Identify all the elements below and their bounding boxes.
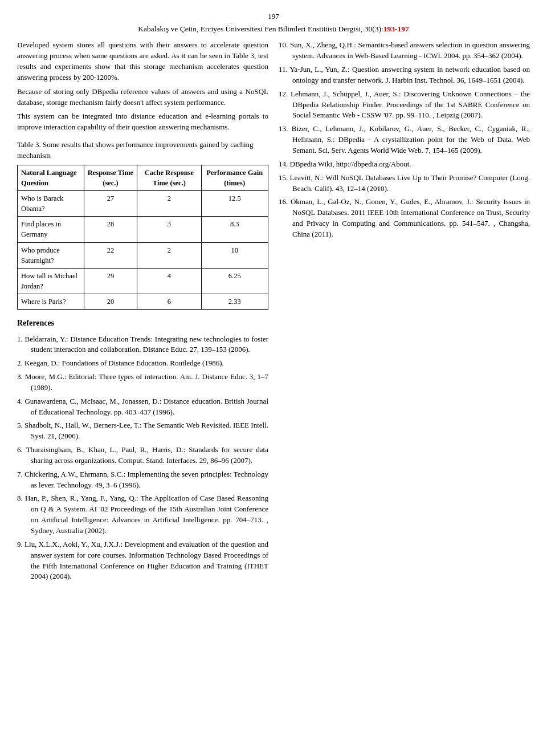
journal-pages: 193-197 [383,25,409,33]
list-item: 1. Beldarrain, Y.: Distance Education Tr… [17,334,268,356]
col-header-gain: Performance Gain (times) [201,165,268,190]
table-cell: How tall is Michael Jordan? [18,268,84,294]
list-item: 9. Liu, X.L.X., Aoki, Y., Xu, J.X.J.: De… [17,539,268,582]
references-title: References [17,318,268,329]
col-header-cache: Cache Response Time (sec.) [137,165,201,190]
left-references-list: 1. Beldarrain, Y.: Distance Education Tr… [17,334,268,583]
table-cell: 6.25 [201,268,268,294]
table-cell: Who is Barack Obama? [18,191,84,217]
table-cell: 29 [84,268,137,294]
list-item: 7. Chickering, A.W., Ehrmann, S.C.: Impl… [17,469,268,491]
list-item: 4. Gunawardena, C., McIsaac, M., Jonasse… [17,396,268,418]
table-row: Who is Barack Obama?27212.5 [18,191,268,217]
table-header-row: Natural Language Question Response Time … [18,165,268,190]
list-item: 15. Leavitt, N.: Will NoSQL Databases Li… [279,173,530,194]
two-column-layout: Developed system stores all questions wi… [17,40,530,585]
references-section: References 1. Beldarrain, Y.: Distance E… [17,318,268,582]
list-item: 14. DBpedia Wiki, http://dbpedia.org/Abo… [279,159,530,170]
list-item: 12. Lehmann, J., Schüppel, J., Auer, S.:… [279,89,530,121]
table-cell: 27 [84,191,137,217]
table-cell: 20 [84,294,137,310]
journal-authors: Kabalakış ve Çetin, Erciyes Üniversitesi… [138,25,383,33]
table-cell: 28 [84,217,137,242]
paragraph-3: This system can be integrated into dista… [17,111,268,133]
table-cell: 2 [137,242,201,268]
list-item: 2. Keegan, D.: Foundations of Distance E… [17,358,268,369]
table-row: How tall is Michael Jordan?2946.25 [18,268,268,294]
table-cell: 10 [201,242,268,268]
list-item: 8. Han, P., Shen, R., Yang, F., Yang, Q.… [17,493,268,536]
list-item: 6. Thuraisingham, B., Khan, L., Paul, R.… [17,445,268,466]
table-cell: 6 [137,294,201,310]
table-cell: Find places in Germany [18,217,84,242]
table-cell: Who produce Saturnight? [18,242,84,268]
left-column: Developed system stores all questions wi… [17,40,268,585]
intro-paragraph: Developed system stores all questions wi… [17,40,268,83]
table-row: Who produce Saturnight?22210 [18,242,268,268]
table-cell: 22 [84,242,137,268]
table-cell: 8.3 [201,217,268,242]
journal-header: Kabalakış ve Çetin, Erciyes Üniversitesi… [17,23,530,35]
right-column: 10. Sun, X., Zheng, Q.H.: Semantics-base… [279,40,530,585]
list-item: 11. Ya-Jun, L., Yun, Z.: Question answer… [279,64,530,86]
table-cell: 2.33 [201,294,268,310]
list-item: 13. Bizer, C., Lehmann, J., Kobilarov, G… [279,124,530,156]
table-caption: Table 3. Some results that shows perform… [17,140,268,161]
table-cell: 4 [137,268,201,294]
col-header-response: Response Time (sec.) [84,165,137,190]
list-item: 10. Sun, X., Zheng, Q.H.: Semantics-base… [279,40,530,62]
list-item: 16. Okman, L., Gal-Oz, N., Gonen, Y., Gu… [279,197,530,239]
right-references-list: 10. Sun, X., Zheng, Q.H.: Semantics-base… [279,40,530,239]
table-cell: 12.5 [201,191,268,217]
table-cell: 3 [137,217,201,242]
paragraph-2: Because of storing only DBpedia referenc… [17,87,268,108]
col-header-question: Natural Language Question [18,165,84,190]
performance-table: Natural Language Question Response Time … [17,165,268,310]
list-item: 5. Shadbolt, N., Hall, W., Berners-Lee, … [17,420,268,442]
table-section: Table 3. Some results that shows perform… [17,140,268,310]
table-cell: 2 [137,191,201,217]
page-number: 197 [17,11,530,22]
table-row: Find places in Germany2838.3 [18,217,268,242]
table-cell: Where is Paris? [18,294,84,310]
list-item: 3. Moore, M.G.: Editorial: Three types o… [17,372,268,393]
table-row: Where is Paris?2062.33 [18,294,268,310]
